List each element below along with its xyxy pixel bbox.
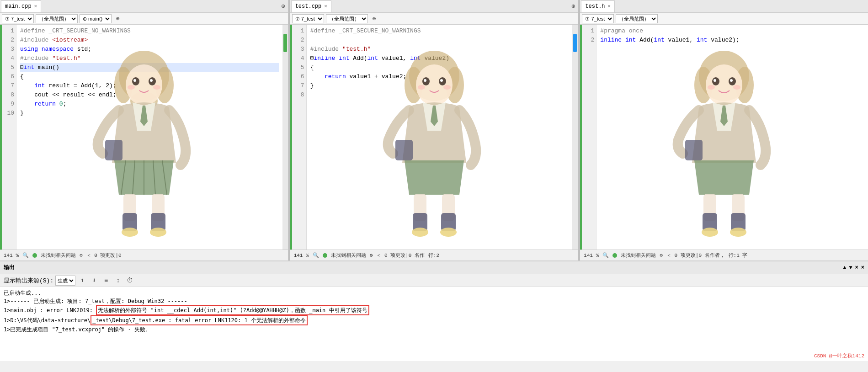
output-line-4: 1>D:\VS代码\data-structure\_test\Debug\7_t… [4,315,864,325]
code-line-1-7: int result = Add(1, 2); [20,81,279,90]
code-line-2-5: { [310,63,569,72]
scrollbar-1[interactable] [282,25,288,250]
toolbar-test-cpp: ⑦ 7_test （全局范围） ⊕ [290,13,578,25]
code-line-1-1: #define _CRT_SECURE_NO_WARNINGS [20,27,279,36]
code-line-1-5: ⊟int main() [20,63,279,72]
scrollbar-2[interactable] [572,25,578,250]
tab-label-test-cpp: test.cpp [295,3,322,10]
status-bar-2: 141 % 🔍 未找到相关问题 ⚙ ＜ 0 项更改|0 名作 行:2 [290,250,578,260]
output-title: 输出 [4,264,15,271]
error-highlight-2: _test\Debug\7_test.exe : fatal error LNK… [91,315,308,325]
toolbar-test-h: ⑦ 7_test （全局范围） [580,13,868,25]
output-line-1: 已启动生成... [4,289,864,297]
zoom-icon-2: 🔍 [313,252,319,258]
func-select-1[interactable]: ⊕ main() [80,14,112,23]
no-issues-1: 未找到相关问题 [41,252,76,259]
code-line-1-10: } [20,109,279,118]
code-line-2-7: } [310,81,569,90]
no-issues-2: 未找到相关问题 [331,252,366,259]
output-content[interactable]: 已启动生成... 1>------ 已启动生成: 项目: 7_test，配置: … [0,287,868,361]
output-line-5: 1>已完成生成项目 "7_test.vcxproj" 的操作 - 失败。 [4,325,864,334]
changes-3: ＜ 0 项更改|0 名作者， [666,252,725,259]
split-btn-1[interactable]: ⊕ [281,2,285,10]
code-line-1-4: #include "test.h" [20,54,279,63]
source-label: 显示输出来源(S): [4,276,53,285]
output-panel: 输出 ▲ ▼ × × 显示输出来源(S): 生成 ⬆ ⬇ ≡ ↕ ⏱ 已启动生成… [0,260,868,361]
code-line-2-4: ⊟inline int Add(int value1, int value2) [310,54,569,63]
output-btn-2[interactable]: ⬇ [89,276,99,286]
settings-icon-3: ⚙ [660,252,663,258]
status-bar-3: 141 % 🔍 未找到相关问题 ⚙ ＜ 0 项更改|0 名作者， 行:1 字 [580,250,868,260]
output-close[interactable]: × [861,265,864,271]
line-numbers-1: 12345 678910 [0,25,16,250]
tab-test-cpp[interactable]: test.cpp × [291,0,331,12]
output-btn-4[interactable]: ↕ [113,276,123,286]
project-select-2[interactable]: ⑦ 7_test [292,14,324,23]
scope-select-2[interactable]: （全局范围） [326,14,368,23]
code-line-1-6: { [20,72,279,81]
tab-close-test-cpp[interactable]: × [324,4,327,9]
tab-close-main-cpp[interactable]: × [34,4,37,9]
tab-close-test-h[interactable]: × [608,4,611,9]
output-arrow-down[interactable]: ▼ [849,265,852,271]
tab-bar-main: main.cpp × ⊕ [0,0,288,13]
line-numbers-2: 12345 678 [290,25,307,250]
code-line-3-1: #pragma once [600,27,864,36]
output-line-3: 1>main.obj : error LNK2019: 无法解析的外部符号 "i… [4,305,864,315]
code-line-2-6: return value1 + value2; [310,72,569,81]
output-header-controls: ▲ ▼ × × [843,265,864,271]
split-view-btn-1[interactable]: ⊕ [113,14,122,23]
output-line-2: 1>------ 已启动生成: 项目: 7_test，配置: Debug Win… [4,297,864,305]
scope-select-3[interactable]: （全局范围） [616,14,658,23]
output-unpin[interactable]: × [855,265,858,271]
green-bar-3 [580,25,582,250]
tab-label-main-cpp: main.cpp [5,3,32,10]
code-area-test-h: 12 #pragma once inline int Add(int value… [580,25,868,250]
scope-select-1[interactable]: （全局范围） [36,14,78,23]
status-dot-1 [32,253,37,258]
project-select-1[interactable]: ⑦ 7_test [2,14,34,23]
tab-label-test-h: test.h [585,3,605,10]
status-dot-3 [612,253,617,258]
output-btn-3[interactable]: ≡ [101,276,111,286]
changes-1: ＜ 0 项更改|0 [86,252,122,259]
code-content-test-h[interactable]: #pragma once inline int Add(int value1, … [596,25,868,250]
output-toolbar: 显示输出来源(S): 生成 ⬆ ⬇ ≡ ↕ ⏱ [0,274,868,287]
line-numbers-3: 12 [580,25,596,250]
output-btn-1[interactable]: ⬆ [77,276,87,286]
settings-icon-2: ⚙ [370,252,373,258]
green-bar-2 [290,25,292,250]
zoom-icon-3: 🔍 [602,252,609,258]
row-col-3: 行:1 字 [729,252,748,259]
tab-main-cpp[interactable]: main.cpp × [1,0,41,12]
output-header: 输出 ▲ ▼ × × [0,261,868,274]
row-col-2: 行:2 [428,252,439,259]
editor-area: main.cpp × ⊕ ⑦ 7_test （全局范围） ⊕ main() ⊕ … [0,0,868,260]
zoom-level-3: 141 % [584,253,599,258]
zoom-level-2: 141 % [294,253,309,258]
split-btn-2[interactable]: ⊕ [571,2,575,10]
scrollbar-thumb-2 [573,34,577,52]
tab-test-h[interactable]: test.h × [581,0,615,12]
pane-test-cpp: test.cpp × ⊕ ⑦ 7_test （全局范围） ⊕ 12345 678… [290,0,579,260]
code-content-test-cpp[interactable]: #define _CRT_SECURE_NO_WARNINGS #include… [307,25,573,250]
code-line-2-8 [310,90,569,100]
pane-main-cpp: main.cpp × ⊕ ⑦ 7_test （全局范围） ⊕ main() ⊕ … [0,0,288,260]
code-area-test-cpp: 12345 678 #define _CRT_SECURE_NO_WARNING… [290,25,578,250]
no-issues-3: 未找到相关问题 [621,252,656,259]
toolbar-main: ⑦ 7_test （全局范围） ⊕ main() ⊕ [0,13,288,25]
green-bar-1 [0,25,2,250]
pane-test-h: test.h × ⑦ 7_test （全局范围） 12 #pragma once… [580,0,868,260]
tab-bar-test-cpp: test.cpp × ⊕ [290,0,578,13]
code-line-2-2 [310,36,569,45]
code-content-main[interactable]: #define _CRT_SECURE_NO_WARNINGS #include… [16,25,282,250]
output-btn-5[interactable]: ⏱ [125,276,135,286]
source-select[interactable]: 生成 [55,276,75,286]
split-view-btn-2[interactable]: ⊕ [370,14,379,23]
output-arrow-up[interactable]: ▲ [843,265,846,271]
code-line-1-3: using namespace std; [20,45,279,54]
zoom-icon-1: 🔍 [22,252,29,258]
error-highlight: 无法解析的外部符号 "int __cdecl Add(int,int)" (?A… [96,305,369,315]
status-dot-2 [323,253,327,258]
project-select-3[interactable]: ⑦ 7_test [582,14,614,23]
